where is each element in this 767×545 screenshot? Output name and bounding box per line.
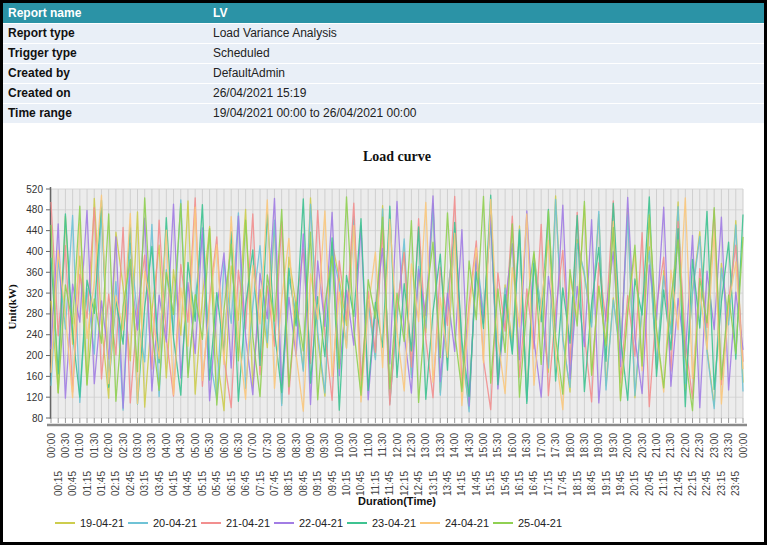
- x-tick-label: 00:00: [738, 433, 749, 458]
- legend-item-20-04-21: 20-04-21: [128, 517, 201, 529]
- x-tick-label: 14:45: [471, 471, 482, 496]
- x-tick-label: 10:45: [355, 471, 366, 496]
- x-tick-label: 03:45: [154, 471, 165, 496]
- x-tick-label: 17:00: [536, 433, 547, 458]
- meta-row-4: Created on26/04/2021 15:19: [3, 84, 764, 104]
- x-tick-label: 11:30: [377, 433, 388, 458]
- x-tick-label: 02:45: [125, 471, 136, 496]
- x-tick-label: 00:45: [67, 471, 78, 496]
- meta-label: Time range: [3, 104, 208, 124]
- legend-swatch: [55, 522, 75, 524]
- meta-label: Created on: [3, 84, 208, 104]
- x-tick-label: 12:00: [392, 433, 403, 458]
- x-tick-label: 02:15: [110, 471, 121, 496]
- y-tick-label: 160: [26, 371, 43, 382]
- x-tick-label: 01:15: [82, 471, 93, 496]
- x-tick-label: 23:00: [709, 433, 720, 458]
- y-tick-label: 240: [26, 329, 43, 340]
- y-axis: 80120160200240280320360400440480520: [26, 184, 51, 424]
- x-tick-label: 06:15: [226, 471, 237, 496]
- x-tick-label: 07:15: [255, 471, 266, 496]
- legend-label: 22-04-21: [299, 517, 343, 529]
- x-tick-label: 19:30: [608, 433, 619, 458]
- x-tick-label: 05:00: [190, 433, 201, 458]
- x-tick-label: 02:00: [103, 433, 114, 458]
- meta-value: 19/04/2021 00:00 to 26/04/2021 00:00: [208, 104, 764, 124]
- x-tick-label: 07:00: [247, 433, 258, 458]
- legend-swatch: [347, 522, 367, 524]
- x-tick-label: 01:30: [89, 433, 100, 458]
- x-tick-label: 20:15: [629, 471, 640, 496]
- x-tick-label: 10:00: [334, 433, 345, 458]
- x-tick-label: 07:45: [269, 471, 280, 496]
- x-tick-label: 16:30: [521, 433, 532, 458]
- x-tick-label: 09:30: [319, 433, 330, 458]
- x-tick-label: 08:15: [283, 471, 294, 496]
- x-tick-label: 06:45: [240, 471, 251, 496]
- meta-value: DefaultAdmin: [208, 64, 764, 84]
- x-axis-title: Duration(Time): [358, 495, 436, 507]
- meta-row-1: Report typeLoad Variance Analysis: [3, 24, 764, 44]
- x-tick-label: 18:15: [572, 471, 583, 496]
- x-tick-label: 12:45: [413, 471, 424, 496]
- x-tick-label: 10:30: [348, 433, 359, 458]
- x-tick-label: 14:00: [449, 433, 460, 458]
- meta-label: Report type: [3, 24, 208, 44]
- legend-item-22-04-21: 22-04-21: [274, 517, 347, 529]
- x-tick-label: 16:15: [514, 471, 525, 496]
- x-tick-label: 17:30: [550, 433, 561, 458]
- y-tick-label: 440: [26, 225, 43, 236]
- x-tick-label: 18:30: [579, 433, 590, 458]
- legend-item-21-04-21: 21-04-21: [201, 517, 274, 529]
- load-curve-chart: 8012016020024028032036040044048052000:00…: [3, 143, 767, 515]
- x-tick-label: 13:00: [420, 433, 431, 458]
- meta-value: Scheduled: [208, 44, 764, 64]
- x-tick-label: 19:45: [615, 471, 626, 496]
- x-tick-label: 21:15: [658, 471, 669, 496]
- chart-legend: 19-04-2120-04-2121-04-2122-04-2123-04-21…: [55, 517, 755, 529]
- x-tick-label: 09:00: [305, 433, 316, 458]
- x-tick-label: 03:00: [132, 433, 143, 458]
- legend-label: 25-04-21: [518, 517, 562, 529]
- x-tick-label: 22:15: [687, 471, 698, 496]
- x-tick-label: 13:45: [442, 471, 453, 496]
- x-tick-label: 09:15: [312, 471, 323, 496]
- legend-swatch: [128, 522, 148, 524]
- x-tick-label: 19:15: [601, 471, 612, 496]
- x-tick-label: 08:30: [291, 433, 302, 458]
- x-tick-label: 18:00: [565, 433, 576, 458]
- x-tick-label: 23:30: [723, 433, 734, 458]
- meta-label: Created by: [3, 64, 208, 84]
- meta-value: LV: [208, 3, 764, 24]
- y-tick-label: 320: [26, 288, 43, 299]
- legend-item-23-04-21: 23-04-21: [347, 517, 420, 529]
- legend-label: 20-04-21: [153, 517, 197, 529]
- x-tick-label: 08:45: [298, 471, 309, 496]
- y-tick-label: 480: [26, 204, 43, 215]
- x-axis: [47, 418, 747, 425]
- legend-swatch: [201, 522, 221, 524]
- x-tick-label: 15:45: [500, 471, 511, 496]
- x-tick-labels: 00:0000:1500:3000:4501:0001:1501:3001:45…: [46, 433, 749, 496]
- y-axis-title: Unit(kW): [6, 284, 19, 330]
- x-tick-label: 01:45: [96, 471, 107, 496]
- x-tick-label: 15:00: [478, 433, 489, 458]
- x-tick-label: 06:30: [233, 433, 244, 458]
- x-tick-label: 11:00: [363, 433, 374, 458]
- x-tick-label: 22:30: [694, 433, 705, 458]
- legend-label: 24-04-21: [445, 517, 489, 529]
- x-tick-label: 22:45: [701, 471, 712, 496]
- x-tick-label: 00:00: [46, 433, 57, 458]
- meta-row-0: Report nameLV: [3, 3, 764, 24]
- x-tick-label: 08:00: [276, 433, 287, 458]
- x-tick-label: 19:00: [593, 433, 604, 458]
- legend-swatch: [420, 522, 440, 524]
- x-tick-label: 12:15: [399, 471, 410, 496]
- y-tick-label: 200: [26, 350, 43, 361]
- legend-item-24-04-21: 24-04-21: [420, 517, 493, 529]
- legend-swatch: [274, 522, 294, 524]
- x-tick-label: 18:45: [586, 471, 597, 496]
- x-tick-label: 01:00: [74, 433, 85, 458]
- x-tick-label: 20:30: [637, 433, 648, 458]
- y-tick-label: 400: [26, 246, 43, 257]
